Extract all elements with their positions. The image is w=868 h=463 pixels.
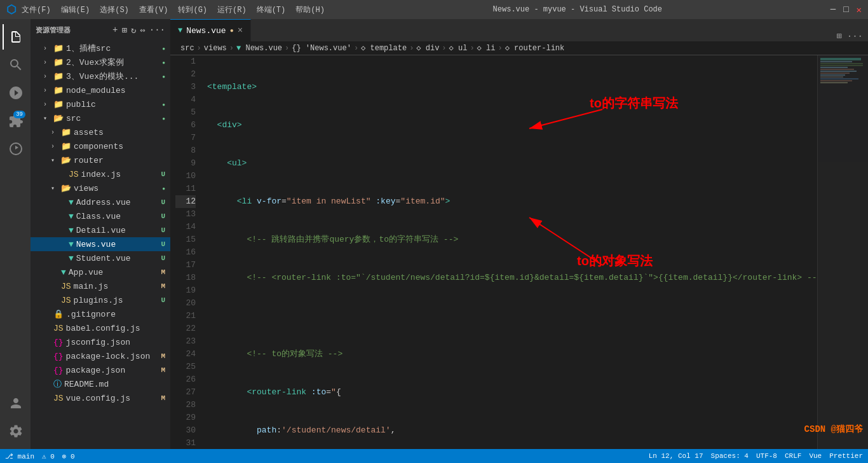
status-encoding[interactable]: UTF-8 <box>756 452 777 460</box>
menu-select[interactable]: 选择(S) <box>100 4 129 15</box>
status-errors[interactable]: ⚠ 0 <box>42 452 55 460</box>
sidebar-item-router[interactable]: ▾ 📂 router <box>31 153 170 167</box>
minimize-button[interactable]: ─ <box>831 4 836 15</box>
bc-template[interactable]: ◇ template <box>361 43 407 53</box>
sidebar-item-src[interactable]: ▾ 📂 src ● <box>31 111 170 125</box>
menu-view[interactable]: 查看(V) <box>139 4 168 15</box>
layout-icon[interactable]: ⊞ <box>836 31 841 41</box>
more-tabs-icon[interactable]: ··· <box>847 31 863 41</box>
bc-ul[interactable]: ◇ ul <box>449 43 468 53</box>
titlebar-title: News.vue - myvue - Visual Studio Code <box>493 5 662 14</box>
sidebar-item-babelconfig[interactable]: JS babel.config.js <box>31 321 170 335</box>
activity-settings[interactable] <box>3 418 28 444</box>
maximize-button[interactable]: □ <box>843 4 848 15</box>
more-icon[interactable]: ··· <box>149 25 165 36</box>
menu-file[interactable]: 文件(F) <box>22 4 51 15</box>
activity-search[interactable] <box>3 52 28 78</box>
editor-content[interactable]: 12345 678910 1112131415 1617181920 21222… <box>170 55 868 449</box>
tab-close-button[interactable]: × <box>238 25 243 36</box>
status-branch[interactable]: ⎇ main <box>5 452 34 460</box>
sidebar-item-components[interactable]: › 📁 components <box>31 139 170 153</box>
tabs-right[interactable]: ⊞ ··· <box>836 31 868 41</box>
menu-help[interactable]: 帮助(H) <box>295 4 325 15</box>
sidebar-item-mainjs[interactable]: JS main.js M <box>31 279 170 293</box>
sidebar-item-package[interactable]: {} package.json M <box>31 363 170 377</box>
sidebar-item-assets[interactable]: › 📁 assets <box>31 125 170 139</box>
close-button[interactable]: ✕ <box>857 4 862 15</box>
tab-label: News.vue <box>186 26 226 36</box>
status-formatter[interactable]: Prettier <box>829 452 863 460</box>
sidebar-label: package-lock.json <box>66 352 159 361</box>
sidebar-item-vuex1[interactable]: › 📁 2、Vuex求案例 ● <box>31 55 170 69</box>
arrow-icon: › <box>43 73 51 80</box>
sidebar-label: src <box>66 114 159 123</box>
sidebar-actions[interactable]: + ⊞ ↻ ⇔ ··· <box>112 25 165 36</box>
code-editor[interactable]: <template> <div> <ul> <li v-for="item in… <box>202 55 817 449</box>
sidebar-item-packagelock[interactable]: {} package-lock.json M <box>31 349 170 363</box>
sidebar-label: .gitignore <box>66 310 168 319</box>
sidebar-label: 3、Vuex的模块... <box>66 71 159 82</box>
minimap <box>817 55 868 449</box>
activity-extensions[interactable]: 39 <box>3 108 28 134</box>
sidebar-item-addressvue[interactable]: ▼ Address.vue U <box>31 195 170 209</box>
sidebar-item-vuex2[interactable]: › 📁 3、Vuex的模块... ● <box>31 69 170 83</box>
sidebar-item-classvue[interactable]: ▼ Class.vue U <box>31 209 170 223</box>
tab-newsvue[interactable]: ▼ News.vue ● × <box>170 19 251 41</box>
sidebar-label: 1、插槽src <box>66 43 159 54</box>
sidebar-title: 资源管理器 <box>36 25 71 35</box>
status-language[interactable]: Vue <box>809 452 822 460</box>
sidebar-item-indexjs[interactable]: JS index.js U <box>31 167 170 181</box>
menu-edit[interactable]: 编辑(E) <box>61 4 90 15</box>
sidebar-label: index.js <box>81 170 159 179</box>
code-line-4: <li v-for="item in newList" :key="item.i… <box>207 195 817 208</box>
bc-div[interactable]: ◇ div <box>416 43 439 53</box>
sidebar-item-jsconfig[interactable]: {} jsconfig.json <box>31 335 170 349</box>
notification-badge: 39 <box>13 111 25 118</box>
menu-goto[interactable]: 转到(G) <box>178 4 207 15</box>
sidebar-item-detailvue[interactable]: ▼ Detail.vue U <box>31 223 170 237</box>
status-eol[interactable]: CRLF <box>785 452 801 460</box>
menu-run[interactable]: 运行(R) <box>217 4 247 15</box>
sidebar-item-readme[interactable]: ⓘ README.md <box>31 377 170 391</box>
arrow-icon: › <box>43 87 51 94</box>
sidebar-label: 2、Vuex求案例 <box>66 57 159 68</box>
code-line-6: <!-- <router-link :to="`/student/news/de… <box>207 272 817 284</box>
collapse-icon[interactable]: ⇔ <box>140 25 145 36</box>
new-file-icon[interactable]: + <box>112 25 118 36</box>
titlebar-controls[interactable]: ─ □ ✕ <box>831 4 862 15</box>
tabs-bar: ▼ News.vue ● × ⊞ ··· <box>170 19 868 41</box>
activity-git[interactable] <box>3 80 28 106</box>
sidebar-item-newsvue[interactable]: ▼ News.vue U <box>31 237 170 251</box>
bc-src[interactable]: src <box>180 44 194 53</box>
sidebar-item-gitignore[interactable]: 🔒 .gitignore <box>31 307 170 321</box>
activity-account[interactable] <box>3 390 28 416</box>
sidebar-label: components <box>74 142 168 151</box>
sidebar-item-pluginsrc[interactable]: › 📁 1、插槽src ● <box>31 41 170 55</box>
new-folder-icon[interactable]: ⊞ <box>121 25 126 36</box>
sidebar-label: vue.config.js <box>66 394 159 403</box>
titlebar-menu[interactable]: 文件(F) 编辑(E) 选择(S) 查看(V) 转到(G) 运行(R) 终端(T… <box>22 4 325 15</box>
refresh-icon[interactable]: ↻ <box>131 25 136 36</box>
activity-debug[interactable] <box>3 136 28 162</box>
sidebar-item-appvue[interactable]: ▼ App.vue M <box>31 265 170 279</box>
activity-bar: 39 <box>0 19 31 449</box>
bc-routerlink[interactable]: ◇ router-link <box>505 43 565 53</box>
bc-li[interactable]: ◇ li <box>477 43 496 53</box>
sidebar-item-views[interactable]: ▾ 📂 views ● <box>31 181 170 195</box>
sidebar-item-public[interactable]: › 📁 public ● <box>31 97 170 111</box>
sidebar-item-node-modules[interactable]: › 📁 node_modules <box>31 83 170 97</box>
activity-explorer[interactable] <box>3 24 28 50</box>
code-line-3: <ul> <box>207 157 817 170</box>
sidebar-item-pluginsjs[interactable]: JS plugins.js U <box>31 293 170 307</box>
bc-views[interactable]: views <box>204 44 227 53</box>
code-line-7 <box>207 310 817 322</box>
sidebar-item-vueconfig[interactable]: JS vue.config.js M <box>31 391 170 405</box>
code-line-5: <!-- 跳转路由并携带query参数，to的字符串写法 --> <box>207 233 817 246</box>
bc-newsvue-name[interactable]: {} 'News.vue' <box>292 44 351 53</box>
bc-newsvue[interactable]: ▼ News.vue <box>236 44 282 53</box>
sidebar-item-studentvue[interactable]: ▼ Student.vue U <box>31 251 170 265</box>
menu-terminal[interactable]: 终端(T) <box>257 4 286 15</box>
status-warnings[interactable]: ⊗ 0 <box>62 452 75 460</box>
sidebar-label: App.vue <box>69 268 159 277</box>
status-spaces[interactable]: Spaces: 4 <box>711 452 749 460</box>
